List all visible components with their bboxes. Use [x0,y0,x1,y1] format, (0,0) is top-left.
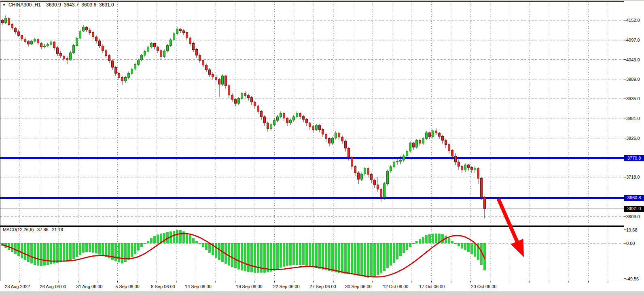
time-axis-label: 27 Sep 06:00 [309,284,336,289]
time-axis-label: 20 Oct 06:00 [471,284,497,289]
macd-indicator-label: MACD(12,26,9)-37.86-21.16 [3,227,63,232]
symbol-dropdown-icon[interactable]: ▼ [2,3,6,7]
mt4-chart-window: ▼CHINA300-,H13630.93643.73603.63631.0 MA… [0,0,644,295]
hline-price-badge-lower: 3660.8 [624,195,644,201]
hline-price-badge-upper: 3770.8 [624,155,644,161]
price-axis-label: 3881.0 [626,116,640,121]
price-axis-label: 4097.0 [626,37,640,43]
ohlc-low-value: 3603.6 [81,2,96,8]
time-axis-label: 19 Sep 06:00 [236,284,262,289]
time-axis-label: 8 Sep 06:00 [151,284,175,289]
macd-main-value: -37.86 [36,227,48,232]
macd-signal-value: -21.16 [51,227,63,232]
macd-axis-zero-label: 0.00 [626,240,635,246]
time-axis-label: 17 Oct 06:00 [419,284,445,289]
time-axis-label: 5 Sep 06:00 [115,284,139,289]
grid-layer [0,2,624,280]
time-axis-label: 14 Sep 06:00 [185,284,211,289]
time-axis-label: 23 Aug 2022 [5,284,30,289]
macd-axis-max-label: 19.68 [626,227,638,233]
time-axis-label: 31 Aug 06:00 [76,284,103,289]
chart-canvas[interactable] [0,0,644,295]
candles-layer [2,15,486,218]
ohlc-open-value: 3630.9 [46,2,61,8]
ohlc-close-value: 3631.0 [99,2,114,8]
symbol-timeframe-label: CHINA300-,H1 [8,2,41,8]
macd-layer [2,230,486,278]
price-axis-label: 3935.0 [626,96,640,101]
window-bottom-edge [0,291,644,295]
panel-borders-layer [0,2,626,283]
ohlc-high-value: 3643.7 [64,2,79,8]
time-axis-label: 30 Sep 06:00 [345,284,371,289]
macd-indicator-name: MACD(12,26,9) [3,227,34,232]
price-axis-label: 3609.0 [626,214,640,219]
chart-header: ▼CHINA300-,H13630.93643.73603.63631.0 [2,2,114,8]
price-axis-label: 3989.0 [626,76,640,82]
time-axis-label: 12 Oct 06:00 [383,284,409,289]
price-axis-label: 4152.0 [626,17,640,23]
macd-axis-min-label: -49.56 [626,276,639,282]
horizontal-lines-layer[interactable] [0,158,624,209]
red-arrow-annotation[interactable] [498,199,524,257]
time-axis-label: 26 Aug 06:00 [40,284,66,289]
macd-signal-line [2,234,485,277]
price-axis-label: 3718.0 [626,174,640,180]
price-axis-label: 4043.0 [626,57,640,63]
price-axis-label: 3826.0 [626,135,640,141]
current-price-badge: 3631.0 [624,206,644,212]
time-axis-label: 22 Sep 06:00 [273,284,299,289]
